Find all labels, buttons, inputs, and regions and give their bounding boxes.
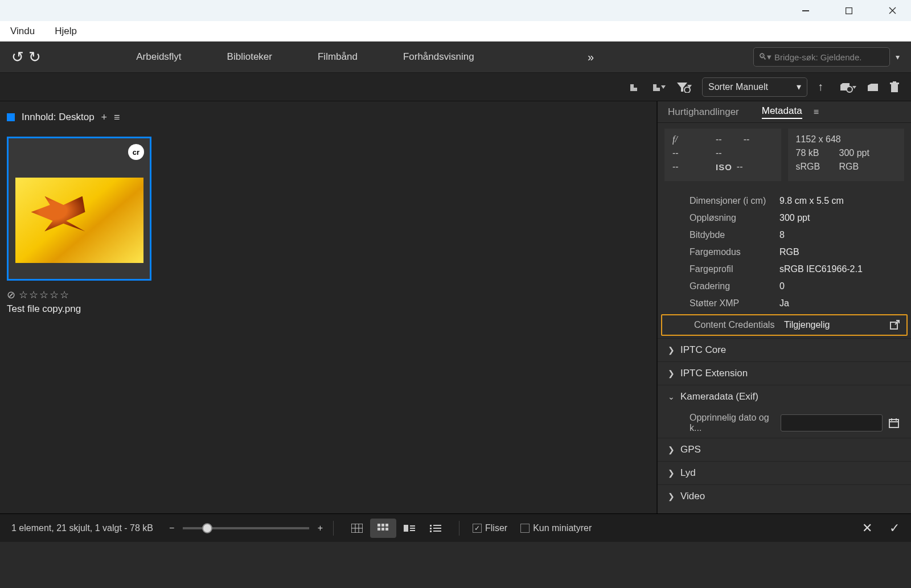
search-input[interactable]: 🔍︎▾ Bridge-søk: Gjeldende. bbox=[753, 47, 890, 67]
panel-menu-icon[interactable]: ≡ bbox=[114, 112, 120, 124]
thumbnails-only-checkbox[interactable]: Kun miniatyrer bbox=[520, 523, 592, 533]
view-details-button[interactable] bbox=[396, 519, 422, 538]
rating-row[interactable]: ⊘☆☆☆☆☆ bbox=[7, 289, 151, 301]
panel-menu-icon[interactable]: ≡ bbox=[814, 107, 819, 117]
tiles-checkbox[interactable]: ✓Fliser bbox=[473, 523, 507, 533]
exposure-summary-box: f/---- ---- --ISO-- bbox=[664, 129, 781, 181]
metadata-summary: f/---- ---- --ISO-- 1152 x 648 78 kB300 … bbox=[658, 123, 911, 187]
workspace-filmband[interactable]: Filmbånd bbox=[318, 51, 358, 63]
iso-value: -- bbox=[737, 162, 743, 172]
external-link-icon[interactable] bbox=[889, 320, 900, 330]
sort-direction-button[interactable]: ↑ bbox=[818, 80, 823, 93]
calendar-icon[interactable] bbox=[888, 417, 900, 429]
filesize-value: 78 kB bbox=[796, 148, 823, 158]
view-mode-buttons bbox=[344, 519, 449, 538]
thumbnail-size-slider[interactable]: − + bbox=[169, 523, 323, 533]
colormode-value: RGB bbox=[839, 162, 859, 172]
minimize-icon bbox=[802, 10, 809, 11]
titlebar bbox=[0, 0, 911, 21]
section-camera-data[interactable]: ⌄Kameradata (Exif) bbox=[658, 385, 911, 408]
workspace-arbeidsflyt[interactable]: Arbeidsflyt bbox=[136, 51, 181, 63]
camera-date-input[interactable] bbox=[781, 414, 883, 431]
minimize-button[interactable] bbox=[793, 2, 819, 20]
metadata-panel: Hurtighandlinger Metadata ≡ f/---- ---- … bbox=[658, 101, 911, 513]
svg-point-8 bbox=[684, 87, 690, 93]
content-credentials-row[interactable]: Content Credentials Tilgjengelig bbox=[661, 314, 908, 336]
search-dropdown-icon[interactable]: ▾ bbox=[896, 52, 900, 61]
sort-select[interactable]: Sorter Manuelt ▾ bbox=[702, 77, 807, 97]
close-button[interactable] bbox=[879, 2, 905, 20]
rating-filter-dropdown-icon[interactable] bbox=[649, 82, 666, 92]
apply-icon[interactable]: ✓ bbox=[889, 521, 900, 536]
maximize-icon bbox=[846, 7, 852, 14]
dimensions-value: 1152 x 648 bbox=[796, 134, 841, 145]
metadata-apply-buttons: ✕ ✓ bbox=[862, 521, 900, 536]
aperture-label: f/ bbox=[672, 134, 700, 145]
content-credentials-badge: cr bbox=[128, 144, 144, 160]
svg-rect-17 bbox=[889, 420, 898, 427]
thumbnail-item[interactable]: cr ⊘☆☆☆☆☆ Test file copy.png bbox=[7, 137, 151, 315]
chevron-right-icon: ❯ bbox=[668, 445, 675, 454]
svg-rect-12 bbox=[891, 84, 898, 92]
section-video[interactable]: ❯Video bbox=[658, 484, 911, 508]
rotate-ccw-button[interactable]: ↺ bbox=[11, 48, 24, 66]
prop-row: Dimensjoner (i cm)9.8 cm x 5.5 cm bbox=[658, 192, 911, 209]
view-grid-lock-button[interactable] bbox=[344, 519, 370, 538]
statusbar: 1 element, 21 skjult, 1 valgt - 78 kB − … bbox=[0, 513, 911, 542]
more-workspaces-icon[interactable]: » bbox=[588, 51, 594, 64]
thumbnail-filename: Test file copy.png bbox=[7, 303, 151, 315]
star-rating[interactable]: ☆☆☆☆☆ bbox=[19, 289, 70, 301]
svg-rect-31 bbox=[404, 525, 408, 532]
new-folder-icon[interactable] bbox=[867, 82, 879, 92]
cancel-icon[interactable]: ✕ bbox=[862, 521, 872, 536]
svg-rect-0 bbox=[802, 10, 809, 11]
menu-vindu[interactable]: Vindu bbox=[10, 26, 35, 37]
rating-filter-icon[interactable] bbox=[626, 82, 638, 92]
view-thumbnails-button[interactable] bbox=[370, 519, 396, 538]
svg-rect-27 bbox=[385, 524, 388, 527]
section-audio[interactable]: ❯Lyd bbox=[658, 461, 911, 484]
rotate-cw-button[interactable]: ↻ bbox=[28, 48, 41, 66]
svg-rect-14 bbox=[893, 81, 896, 83]
workspace-forhandsvisning[interactable]: Forhåndsvisning bbox=[403, 51, 474, 63]
chevron-right-icon: ❯ bbox=[668, 468, 675, 478]
reject-icon[interactable]: ⊘ bbox=[7, 289, 17, 301]
thumbnail-image bbox=[15, 178, 143, 263]
tab-metadata[interactable]: Metadata bbox=[762, 105, 802, 119]
slider-thumb[interactable] bbox=[202, 523, 212, 533]
prop-row: Oppløsning300 ppt bbox=[658, 209, 911, 227]
section-iptc-extension[interactable]: ❯IPTC Extension bbox=[658, 361, 911, 385]
zoom-in-icon[interactable]: + bbox=[318, 523, 323, 533]
trash-icon[interactable] bbox=[889, 81, 900, 93]
comp-label: -- bbox=[672, 148, 700, 158]
content-panel-title: Innhold: Desktop bbox=[22, 112, 95, 123]
svg-marker-4 bbox=[627, 84, 637, 91]
slider-track[interactable] bbox=[183, 527, 309, 529]
metadata-scroll[interactable]: Dimensjoner (i cm)9.8 cm x 5.5 cm Oppløs… bbox=[658, 187, 911, 513]
workspace-biblioteker[interactable]: Biblioteker bbox=[227, 51, 272, 63]
maximize-button[interactable] bbox=[836, 2, 862, 20]
prop-row: Bitdybde8 bbox=[658, 227, 911, 244]
zoom-out-icon[interactable]: − bbox=[169, 523, 174, 533]
svg-rect-25 bbox=[377, 524, 380, 527]
file-summary-box: 1152 x 648 78 kB300 ppt sRGBRGB bbox=[788, 129, 905, 181]
filter-icon[interactable] bbox=[676, 81, 692, 93]
view-list-button[interactable] bbox=[422, 519, 449, 538]
svg-rect-37 bbox=[430, 531, 432, 532]
svg-marker-5 bbox=[650, 84, 660, 91]
status-text: 1 element, 21 skjult, 1 valgt - 78 kB bbox=[11, 523, 153, 533]
svg-rect-1 bbox=[846, 7, 852, 14]
thumbnail-frame[interactable]: cr bbox=[7, 137, 151, 281]
prop-row: Gradering0 bbox=[658, 278, 911, 295]
checkbox-checked-icon: ✓ bbox=[473, 524, 482, 533]
menu-hjelp[interactable]: Hjelp bbox=[55, 26, 77, 37]
section-iptc-core[interactable]: ❯IPTC Core bbox=[658, 338, 911, 361]
search-icon: 🔍︎▾ bbox=[758, 52, 772, 62]
file-properties-list: Dimensjoner (i cm)9.8 cm x 5.5 cm Oppløs… bbox=[658, 187, 911, 336]
section-gps[interactable]: ❯GPS bbox=[658, 438, 911, 461]
open-recent-icon[interactable] bbox=[839, 81, 856, 93]
add-tab-button[interactable]: + bbox=[101, 112, 108, 124]
colorspace-value: sRGB bbox=[796, 162, 823, 172]
tab-quick-actions[interactable]: Hurtighandlinger bbox=[668, 106, 739, 118]
menubar: Vindu Hjelp bbox=[0, 21, 911, 42]
